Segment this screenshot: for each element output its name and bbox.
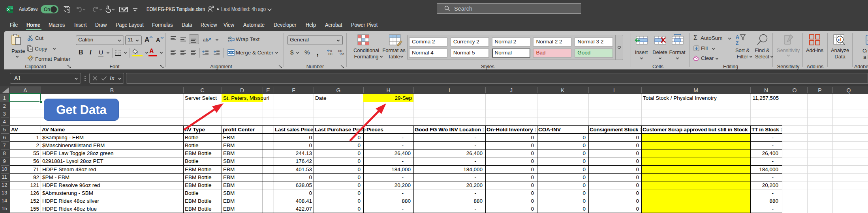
svg-text:c: c: [228, 39, 230, 43]
svg-text:0: 0: [330, 49, 332, 53]
svg-text:0: 0: [342, 52, 344, 56]
svg-text:X: X: [7, 7, 9, 11]
svg-text:A: A: [736, 34, 739, 40]
svg-text:ab: ab: [203, 37, 209, 43]
svg-text:.00: .00: [337, 49, 342, 53]
svg-text:Z: Z: [736, 41, 738, 46]
